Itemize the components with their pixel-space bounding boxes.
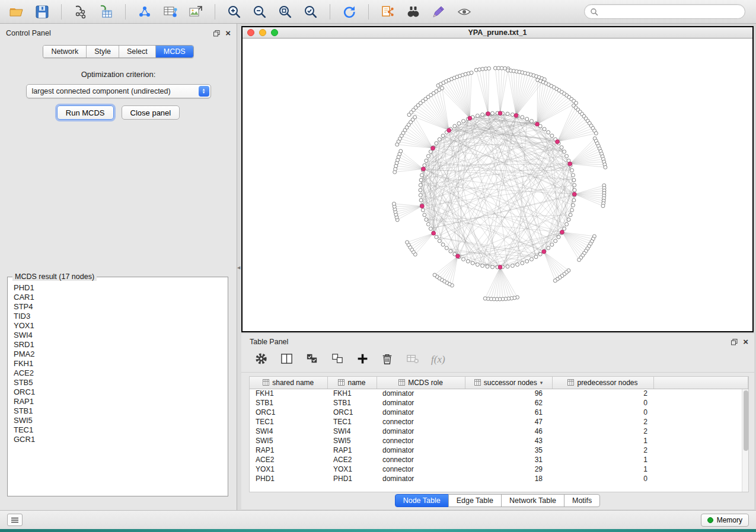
run-mcds-button[interactable]: Run MCDS bbox=[57, 105, 114, 120]
mcds-result-item[interactable]: SWI5 bbox=[14, 416, 227, 425]
tab-motifs[interactable]: Motifs bbox=[564, 494, 600, 507]
copy-document-icon bbox=[380, 4, 395, 20]
zoom-out-button[interactable] bbox=[249, 2, 270, 21]
mcds-result-item[interactable]: TID3 bbox=[14, 312, 227, 321]
table-panel-header: Table Panel × bbox=[241, 334, 754, 346]
plus-icon bbox=[356, 352, 369, 365]
checked-boxes-icon bbox=[305, 352, 319, 366]
mcds-result-item[interactable]: PMA2 bbox=[14, 350, 227, 359]
zoom-fit-button[interactable] bbox=[275, 2, 296, 21]
splitter-collapse-icon[interactable]: ◀ bbox=[237, 265, 240, 270]
mcds-result-item[interactable]: STP4 bbox=[14, 302, 227, 312]
import-table-button[interactable] bbox=[95, 2, 117, 21]
table-row[interactable]: SWI5SWI5connector431 bbox=[250, 436, 748, 446]
mcds-result-item[interactable]: RAP1 bbox=[14, 397, 227, 406]
table-scrollbar[interactable] bbox=[742, 389, 748, 492]
table-row[interactable]: ORC1ORC1dominator610 bbox=[250, 408, 748, 417]
show-columns-button[interactable] bbox=[280, 352, 294, 367]
table-row[interactable]: SWI4SWI4dominator462 bbox=[250, 427, 748, 436]
show-graphics-details-button[interactable] bbox=[454, 2, 475, 21]
panel-splitter[interactable]: ◀ bbox=[237, 24, 241, 511]
mcds-result-item[interactable]: CAR1 bbox=[14, 293, 227, 302]
mcds-result-item[interactable]: SWI4 bbox=[14, 331, 227, 340]
close-panel-button[interactable]: Close panel bbox=[122, 105, 180, 120]
mcds-result-list[interactable]: PHD1CAR1STP4TID3YOX1SWI4SRD1PMA2FKH1ACE2… bbox=[14, 283, 227, 495]
tab-style[interactable]: Style bbox=[87, 46, 119, 57]
table-cell: RAP1 bbox=[250, 446, 327, 455]
new-network-button[interactable] bbox=[134, 2, 155, 21]
import-network-button[interactable] bbox=[70, 2, 91, 21]
visual-style-button[interactable] bbox=[428, 2, 449, 21]
search-input[interactable] bbox=[601, 8, 739, 16]
sort-caret-icon[interactable]: ▾ bbox=[540, 380, 543, 386]
search-network-button[interactable] bbox=[403, 2, 424, 21]
tab-node-table[interactable]: Node Table bbox=[395, 494, 449, 507]
table-row[interactable]: ACE2ACE2connector311 bbox=[250, 455, 748, 464]
table-row[interactable]: TEC1TEC1connector472 bbox=[250, 417, 748, 427]
unselect-all-columns-button[interactable] bbox=[331, 352, 344, 367]
column-header-predecessor-nodes[interactable]: predecessor nodes bbox=[552, 377, 653, 389]
mcds-result-item[interactable]: ACE2 bbox=[14, 368, 227, 378]
column-header-shared-name[interactable]: shared name bbox=[250, 377, 327, 389]
tab-select[interactable]: Select bbox=[119, 46, 156, 57]
float-panel-icon[interactable] bbox=[213, 30, 220, 37]
panel-menu-button[interactable] bbox=[7, 514, 23, 526]
network-graph[interactable] bbox=[243, 39, 752, 330]
mcds-result-item[interactable]: TEC1 bbox=[14, 425, 227, 435]
table-cell: SWI5 bbox=[327, 436, 377, 446]
copy-document-button[interactable] bbox=[377, 2, 398, 21]
memory-button[interactable]: Memory bbox=[701, 514, 749, 527]
create-column-button[interactable] bbox=[356, 352, 369, 367]
mcds-result-item[interactable]: YOX1 bbox=[14, 321, 227, 331]
search-box[interactable] bbox=[584, 4, 745, 19]
tab-network[interactable]: Network bbox=[43, 46, 87, 57]
column-header-successor-nodes[interactable]: successor nodes▾ bbox=[465, 377, 552, 389]
table-cell: YOX1 bbox=[250, 464, 327, 474]
table-row[interactable]: PHD1PHD1dominator180 bbox=[250, 474, 748, 483]
mcds-result-item[interactable]: ORC1 bbox=[14, 387, 227, 397]
open-file-button[interactable] bbox=[6, 2, 27, 21]
tab-edge-table[interactable]: Edge Table bbox=[448, 494, 502, 507]
table-row[interactable]: STB1STB1dominator620 bbox=[250, 398, 748, 408]
search-icon bbox=[590, 8, 598, 16]
table-cell: connector bbox=[377, 464, 465, 474]
table-row[interactable]: YOX1YOX1connector291 bbox=[250, 464, 748, 474]
refresh-view-button[interactable] bbox=[339, 2, 360, 21]
select-all-columns-button[interactable] bbox=[305, 352, 319, 367]
mcds-result-item[interactable]: SRD1 bbox=[14, 340, 227, 350]
table-row[interactable]: RAP1RAP1dominator352 bbox=[250, 446, 748, 455]
column-header-name[interactable]: name bbox=[327, 377, 377, 389]
close-panel-icon[interactable]: × bbox=[225, 30, 231, 36]
float-panel-icon[interactable] bbox=[731, 339, 738, 345]
table-cell-filler bbox=[653, 436, 748, 446]
mcds-result-item[interactable]: GCR1 bbox=[14, 435, 227, 444]
close-panel-icon[interactable]: × bbox=[743, 339, 748, 345]
zoom-selected-button[interactable] bbox=[300, 2, 321, 21]
desktop-wallpaper-strip bbox=[0, 529, 756, 532]
criterion-dropdown[interactable]: largest connected component (undirected)… bbox=[26, 84, 211, 98]
table-cell: ACE2 bbox=[327, 455, 377, 464]
delete-column-button[interactable] bbox=[381, 352, 394, 367]
table-row[interactable]: FKH1FKH1dominator962 bbox=[250, 389, 748, 398]
mcds-result-item[interactable]: STB1 bbox=[14, 406, 227, 416]
new-network-table-button[interactable] bbox=[160, 2, 181, 21]
mcds-result-item[interactable]: PHD1 bbox=[14, 283, 227, 293]
zoom-in-button[interactable] bbox=[224, 2, 245, 21]
optimization-label: Optimization criterion: bbox=[0, 70, 237, 79]
zoom-out-icon bbox=[252, 4, 267, 20]
save-session-button[interactable] bbox=[31, 2, 53, 21]
mcds-result-box: MCDS result (17 nodes) PHD1CAR1STP4TID3Y… bbox=[7, 277, 228, 496]
memory-status-dot bbox=[707, 517, 713, 523]
tab-network-table[interactable]: Network Table bbox=[501, 494, 564, 507]
table-panel-title: Table Panel bbox=[250, 338, 288, 346]
table-settings-button[interactable] bbox=[254, 352, 268, 367]
mcds-result-item[interactable]: STB5 bbox=[14, 378, 227, 387]
mcds-result-item[interactable]: FKH1 bbox=[14, 359, 227, 368]
visual-style-icon bbox=[431, 4, 446, 20]
scrollbar-thumb[interactable] bbox=[744, 390, 748, 451]
network-window-titlebar[interactable]: YPA_prune.txt_1 bbox=[243, 27, 752, 39]
column-header-MCDS-role[interactable]: MCDS role bbox=[377, 377, 465, 389]
tab-mcds[interactable]: MCDS bbox=[156, 46, 193, 57]
export-image-button[interactable] bbox=[185, 2, 206, 21]
import-network-icon bbox=[73, 4, 88, 20]
